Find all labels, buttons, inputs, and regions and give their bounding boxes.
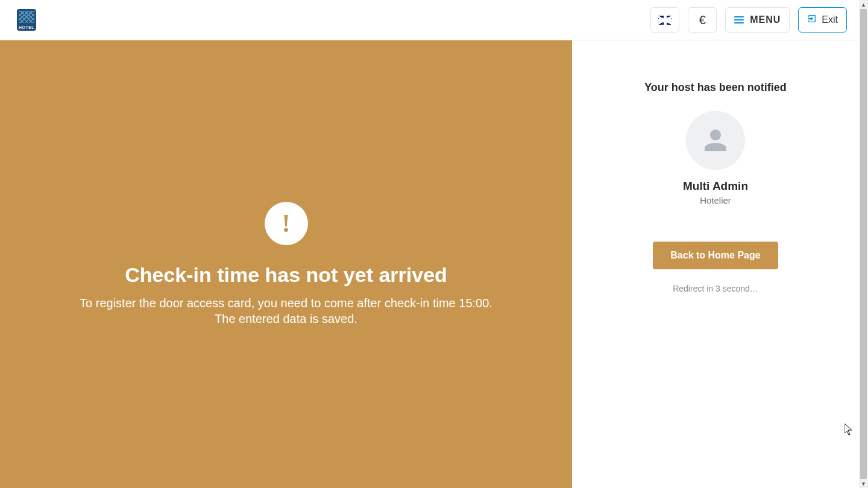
exit-button[interactable]: Exit xyxy=(798,7,847,33)
right-pane: Your host has been notified Multi Admin … xyxy=(572,40,859,488)
exit-icon xyxy=(807,14,817,26)
back-to-home-button[interactable]: Back to Home Page xyxy=(653,242,778,269)
app-logo[interactable]: HOTEL xyxy=(17,9,36,31)
host-role: Hotelier xyxy=(700,195,731,205)
header-actions: € MENU Exit xyxy=(650,7,847,33)
host-name: Multi Admin xyxy=(683,180,748,193)
hamburger-icon xyxy=(734,16,744,23)
redirect-text: Redirect in 3 second… xyxy=(673,284,758,293)
notify-title: Your host has been notified xyxy=(644,81,787,94)
vertical-scrollbar[interactable]: ▲ ▼ xyxy=(859,0,868,488)
menu-label: MENU xyxy=(750,14,781,25)
currency-symbol: € xyxy=(699,13,706,27)
left-pane: ! Check-in time has not yet arrived To r… xyxy=(0,40,572,488)
left-subtitle: To register the door access card, you ne… xyxy=(80,295,492,327)
scrollbar-arrow-down-icon[interactable]: ▼ xyxy=(859,479,868,488)
host-avatar xyxy=(686,111,745,170)
language-button[interactable] xyxy=(650,7,679,33)
app-logo-text: HOTEL xyxy=(19,25,34,30)
alert-glyph: ! xyxy=(282,211,291,236)
scrollbar-thumb[interactable] xyxy=(860,9,867,479)
menu-button[interactable]: MENU xyxy=(725,7,790,33)
exit-label: Exit xyxy=(822,14,838,25)
main-content: ! Check-in time has not yet arrived To r… xyxy=(0,40,859,488)
left-title: Check-in time has not yet arrived xyxy=(125,263,447,287)
header-bar: HOTEL € MENU Exit xyxy=(0,0,859,40)
alert-icon: ! xyxy=(265,202,308,245)
currency-button[interactable]: € xyxy=(688,7,717,33)
person-icon xyxy=(702,127,729,154)
scrollbar-arrow-up-icon[interactable]: ▲ xyxy=(859,0,868,9)
left-subtitle-line2: The entered data is saved. xyxy=(80,311,492,327)
left-subtitle-line1: To register the door access card, you ne… xyxy=(80,295,492,311)
uk-flag-icon xyxy=(658,16,671,25)
